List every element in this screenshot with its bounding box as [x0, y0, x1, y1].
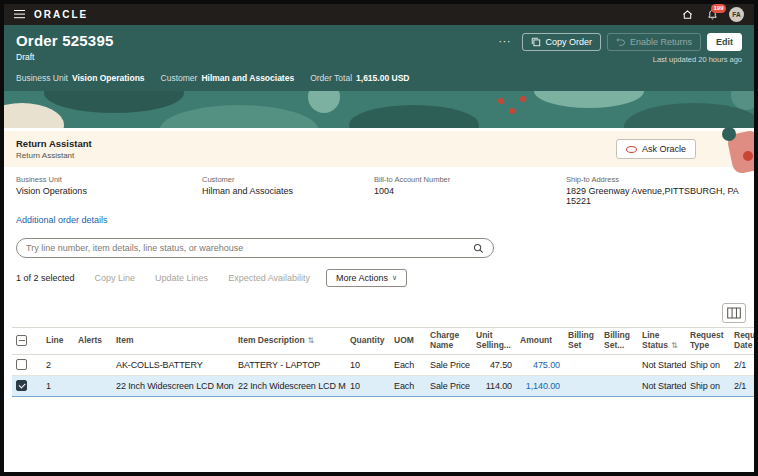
topbar: ORACLE 199 FA — [4, 4, 754, 25]
col-unit-selling: Unit Selling... — [472, 328, 516, 355]
order-meta: Business UnitVision Operations CustomerH… — [16, 73, 742, 83]
table-row-selected[interactable]: 1 22 Inch Widescreen LCD Monitor 22 Inch… — [12, 375, 754, 396]
cell-uom: Each — [390, 354, 426, 375]
lines-toolbar: 1 of 2 selected Copy Line Update Lines E… — [4, 260, 754, 287]
cell-billing-set-2 — [600, 354, 638, 375]
order-status: Draft — [16, 52, 113, 62]
meta-value: Hilman and Associates — [201, 73, 294, 83]
detail-field: Business Unit Vision Operations — [16, 175, 202, 206]
row-checkbox[interactable] — [16, 359, 27, 370]
notifications-bell-icon[interactable]: 199 — [704, 7, 720, 23]
more-actions-button[interactable]: More Actions ∨ — [326, 269, 407, 287]
return-arrow-icon — [616, 37, 626, 47]
chevron-down-icon: ∨ — [392, 274, 397, 282]
col-item-description[interactable]: Item Description⇅ — [234, 328, 346, 355]
cell-alerts — [74, 354, 112, 375]
select-all-checkbox[interactable] — [16, 335, 27, 346]
cell-line: 1 — [42, 375, 74, 396]
expected-availability-button[interactable]: Expected Availability — [220, 269, 318, 287]
last-updated-text: Last updated 20 hours ago — [493, 55, 742, 64]
ellipsis-icon: ··· — [498, 36, 511, 47]
order-lines-table: Line Alerts Item Item Description⇅ Quant… — [12, 327, 754, 397]
cell-billing-set — [564, 354, 600, 375]
meta-value: Vision Operations — [72, 73, 145, 83]
app-window: ORACLE 199 FA Order 525395 Draft ··· Cop… — [0, 0, 758, 476]
col-uom: UOM — [390, 328, 426, 355]
menu-icon[interactable] — [14, 10, 25, 19]
manage-columns-button[interactable] — [722, 303, 746, 323]
decorative-banner — [4, 91, 754, 128]
enable-returns-button[interactable]: Enable Returns — [607, 33, 701, 51]
sort-icon: ⇅ — [308, 336, 315, 345]
sort-icon: ⇅ — [671, 341, 678, 350]
cell-charge-name: Sale Price — [426, 375, 472, 396]
page-title: Order 525395 — [16, 32, 113, 49]
detail-field: Customer Hilman and Associates — [202, 175, 374, 206]
cell-unit-selling: 47.50 — [472, 354, 516, 375]
cell-request-date: 2/1 — [730, 354, 754, 375]
col-charge-name: Charge Name — [426, 328, 472, 355]
meta-value: 1,615.00 USD — [356, 73, 409, 83]
cell-item: AK-COLLS-BATTERY — [112, 354, 234, 375]
copy-icon — [531, 37, 541, 47]
table-row[interactable]: 2 AK-COLLS-BATTERY BATTERY - LAPTOP 10 E… — [12, 354, 754, 375]
cell-item: 22 Inch Widescreen LCD Monitor — [112, 375, 234, 396]
col-line: Line — [42, 328, 74, 355]
home-icon[interactable] — [679, 7, 695, 23]
col-billing-set: Billing Set — [564, 328, 600, 355]
col-item: Item — [112, 328, 234, 355]
cell-billing-set-2 — [600, 375, 638, 396]
copy-line-button[interactable]: Copy Line — [87, 269, 144, 287]
col-billing-set-2: Billing Set... — [600, 328, 638, 355]
search-row — [4, 231, 754, 260]
assistant-subtitle: Return Assistant — [16, 151, 92, 160]
meta-label: Customer — [161, 73, 198, 83]
amount-link[interactable]: 475.00 — [533, 360, 560, 370]
cell-quantity: 10 — [346, 375, 390, 396]
cell-description: 22 Inch Widescreen LCD Monitor — [234, 375, 346, 396]
col-alerts: Alerts — [74, 328, 112, 355]
more-options-button[interactable]: ··· — [493, 32, 516, 51]
content-background — [4, 397, 754, 472]
update-lines-button[interactable]: Update Lines — [147, 269, 216, 287]
col-line-status[interactable]: Line Status⇅ — [638, 328, 686, 355]
ask-oracle-button[interactable]: Ask Oracle — [616, 139, 696, 159]
cell-alerts — [74, 375, 112, 396]
cell-description: BATTERY - LAPTOP — [234, 354, 346, 375]
selection-count: 1 of 2 selected — [16, 273, 75, 283]
cell-billing-set — [564, 375, 600, 396]
col-amount: Amount — [516, 328, 564, 355]
col-quantity: Quantity — [346, 328, 390, 355]
detail-field: Ship-to Address 1829 Greenway Avenue,PIT… — [566, 175, 742, 206]
cell-line: 2 — [42, 354, 74, 375]
order-lines-table-wrap: Line Alerts Item Item Description⇅ Quant… — [12, 327, 754, 397]
row-checkbox-checked[interactable] — [16, 380, 27, 391]
meta-label: Order Total — [310, 73, 352, 83]
columns-icon — [727, 307, 741, 319]
line-search-box — [16, 238, 494, 258]
search-icon[interactable] — [473, 243, 484, 254]
search-input[interactable] — [26, 243, 473, 253]
meta-label: Business Unit — [16, 73, 68, 83]
cell-charge-name: Sale Price — [426, 354, 472, 375]
amount-link[interactable]: 1,140.00 — [526, 381, 560, 391]
additional-order-details-link[interactable]: Additional order details — [16, 215, 108, 225]
assistant-title: Return Assistant — [16, 138, 92, 149]
cell-request-type: Ship on — [686, 375, 730, 396]
col-request-type: Request Type — [686, 328, 730, 355]
user-avatar[interactable]: FA — [729, 7, 744, 22]
notification-badge: 199 — [711, 4, 726, 13]
table-header-row: Line Alerts Item Item Description⇅ Quant… — [12, 328, 754, 355]
oracle-logo: ORACLE — [34, 9, 88, 20]
detail-field: Bill-to Account Number 1004 — [374, 175, 566, 206]
cell-request-date: 2/1 — [730, 375, 754, 396]
col-request-date: Request Date — [730, 328, 754, 355]
edit-button[interactable]: Edit — [707, 33, 742, 51]
col-select — [12, 328, 42, 355]
copy-order-button[interactable]: Copy Order — [522, 33, 601, 51]
cell-line-status: Not Started — [638, 354, 686, 375]
return-assistant-panel: Return Assistant Return Assistant Ask Or… — [4, 131, 754, 167]
order-details-section: Business Unit Vision Operations Customer… — [4, 167, 754, 231]
cell-line-status: Not Started — [638, 375, 686, 396]
table-tools — [4, 303, 754, 323]
